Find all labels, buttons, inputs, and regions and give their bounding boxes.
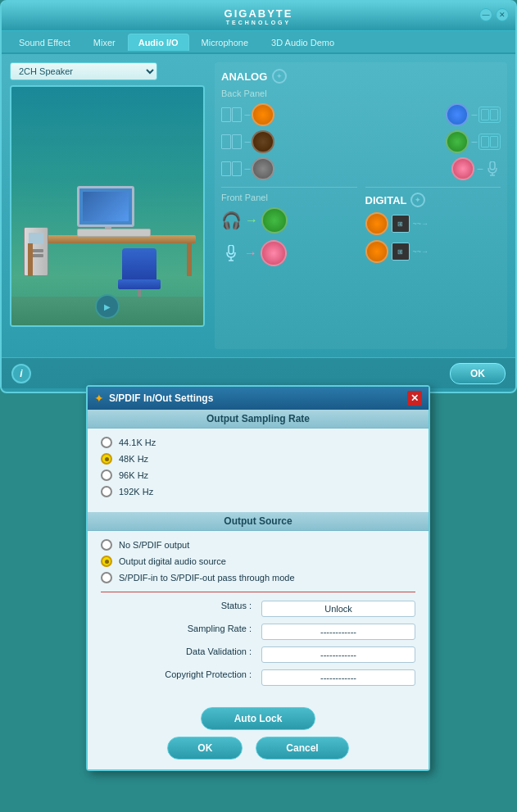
status-value: Unlock [261,601,415,617]
spdif-dialog: ✦ S/PDIF In/Out Settings ✕ Output Sampli… [86,385,430,771]
dialog-title-bar: ✦ S/PDIF In/Out Settings ✕ [88,387,429,410]
digital-connector-box-1: ⊞ [392,215,410,233]
radio-44k-input[interactable] [101,437,112,448]
right-connectors-row2: ------ [446,130,501,153]
right-connectors-row1: ------ [446,103,501,126]
radio-192k-label: 192K Hz [119,487,153,497]
digital-row-1: ⊞ ~~→ [365,212,501,235]
mini-spk-4 [490,136,498,147]
spk-box-3 [221,134,231,149]
mini-spk-3 [481,136,489,147]
main-content: 2CH Speaker 4CH Speaker 6CH Speaker 8CH … [2,54,515,357]
headphone-icon: 🎧 [221,211,242,230]
tab-mixer[interactable]: Mixer [83,34,126,51]
port-dark-brown[interactable] [252,130,274,153]
port-pink[interactable] [451,157,474,180]
spk-box-1 [221,107,231,122]
port-gray[interactable] [252,157,274,180]
dialog-close-button[interactable]: ✕ [407,391,422,406]
radio-192k: 192K Hz [101,486,415,497]
front-port-green[interactable] [261,207,288,234]
spk-box-2 [232,107,242,122]
dash-line-6: ------ [477,165,482,173]
radio-96k: 96K Hz [101,470,415,481]
radio-96k-label: 96K Hz [119,470,148,480]
app-title: GIGABYTE TECHNOLOGY [224,7,293,25]
digital-port-orange[interactable] [365,212,388,235]
digital-signal-2: ~~→ [413,247,429,256]
speaker-select[interactable]: 2CH Speaker 4CH Speaker 6CH Speaker 8CH … [10,62,157,80]
arrow-right-headphone: → [245,213,258,228]
arrow-pink-mic: → [244,246,257,261]
radio-48k-label: 48K Hz [119,454,148,464]
radio-96k-input[interactable] [101,470,112,481]
status-grid: Status : Unlock Sampling Rate : --------… [101,601,415,686]
digital-bluetooth-icon: ✦ [410,193,425,207]
app-window: GIGABYTE TECHNOLOGY — ✕ Sound Effect Mix… [0,0,517,393]
radio-44k-label: 44.1K Hz [119,438,156,447]
dialog-body: 44.1K Hz 48K Hz 96K Hz 192K Hz [88,429,429,512]
port-orange[interactable] [252,103,274,126]
digital-row-2: ⊞ ~~→ [365,240,501,263]
close-button[interactable]: ✕ [496,8,509,21]
spk-box-5 [221,161,231,176]
data-validation-value: ------------ [261,646,415,663]
radio-passthrough-input[interactable] [101,572,112,583]
tab-sound-effect[interactable]: Sound Effect [8,34,81,51]
mini-spk-1 [481,109,489,120]
radio-no-spdif-input[interactable] [101,539,112,551]
copyright-label: Copyright Protection : [101,669,255,686]
radio-passthrough-label: S/PDIF-in to S/PDIF-out pass through mod… [119,573,295,583]
digital-signal-1: ~~→ [413,220,429,228]
port-blue[interactable] [446,103,469,126]
speaker-pair-2 [221,134,242,149]
title-controls: — ✕ [479,8,509,21]
back-panel-row-3: ------ ------ [221,157,501,180]
dialog-title-text: S/PDIF In/Out Settings [109,392,402,404]
front-mic-icon [221,243,241,263]
tab-microphone[interactable]: Microphone [191,34,259,51]
tab-audio-io[interactable]: Audio I/O [128,34,189,51]
play-button[interactable]: ▶ [95,294,120,319]
audio-panel: ANALOG ✦ Back Panel ------ [215,62,507,349]
dash-line-4: ------ [471,138,476,146]
radio-48k-input[interactable] [101,453,112,465]
left-connectors-row1: ------ [221,103,274,126]
dialog-cancel-button[interactable]: Cancel [256,737,348,760]
data-validation-label: Data Validation : [101,646,255,663]
speaker-pair-1 [221,107,242,122]
analog-section: ANALOG ✦ Back Panel ------ [221,69,501,180]
dialog-ok-button[interactable]: OK [167,737,243,760]
radio-digital-source: Output digital audio source [101,556,415,567]
speaker-pair-3 [221,161,242,176]
svg-rect-0 [490,161,495,170]
radio-192k-input[interactable] [101,486,112,497]
info-button[interactable]: i [11,364,31,383]
analog-bluetooth-icon: ✦ [272,69,287,84]
ok-button[interactable]: OK [450,363,506,384]
subtitle-text: TECHNOLOGY [224,20,293,25]
radio-no-spdif-label: No S/PDIF output [119,540,189,550]
radio-digital-source-input[interactable] [101,556,112,567]
radio-digital-source-label: Output digital audio source [119,556,226,566]
minimize-button[interactable]: — [479,8,492,21]
radio-44k: 44.1K Hz [101,437,415,448]
digital-port-orange-2[interactable] [365,240,388,263]
front-port-pink[interactable] [261,240,287,266]
digital-header: DIGITAL ✦ [365,187,501,207]
tab-3d-audio[interactable]: 3D Audio Demo [261,34,345,51]
right-connectors-row3: ------ [451,157,501,180]
left-connectors-row3: ------ [221,157,274,180]
dialog-footer: Auto Lock OK Cancel [88,701,429,769]
analog-header: ANALOG ✦ [221,69,501,84]
port-green[interactable] [446,130,469,153]
svg-rect-3 [229,245,234,254]
front-panel-label: Front Panel [221,187,357,202]
radio-48k: 48K Hz [101,453,415,465]
auto-lock-button[interactable]: Auto Lock [201,707,316,730]
left-connectors-row2: ------ [221,130,274,153]
front-headphone-row: 🎧 → [221,207,357,234]
digital-connector-box-2: ⊞ [392,243,410,261]
room-panel: 2CH Speaker 4CH Speaker 6CH Speaker 8CH … [10,62,206,349]
spk-box-4 [232,134,242,149]
